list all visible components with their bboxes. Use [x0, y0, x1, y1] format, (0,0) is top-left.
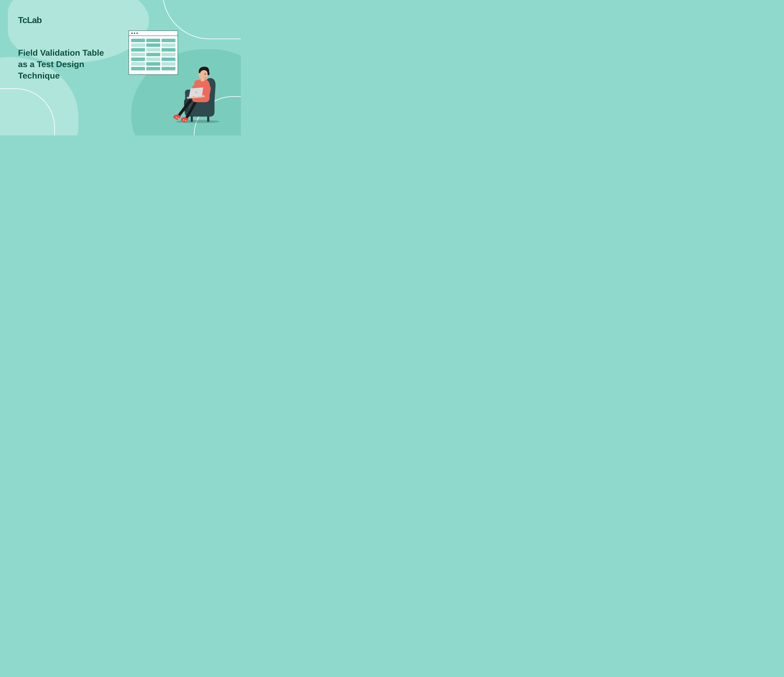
- table-row: [131, 48, 176, 51]
- table-cell: [162, 57, 176, 61]
- svg-point-6: [183, 120, 184, 120]
- table-cell: [146, 43, 160, 47]
- svg-point-10: [202, 95, 205, 97]
- svg-point-13: [199, 74, 201, 77]
- window-dot-icon: [131, 33, 133, 34]
- table-cell: [131, 62, 145, 66]
- table-cell: [131, 67, 145, 70]
- window-titlebar: [129, 31, 178, 36]
- table-row: [131, 57, 176, 61]
- person-illustration: [170, 63, 224, 123]
- svg-point-4: [176, 117, 177, 118]
- table-row: [131, 53, 176, 56]
- table-cell: [162, 39, 176, 42]
- svg-rect-3: [207, 116, 209, 122]
- table-cell: [131, 39, 145, 42]
- svg-point-5: [178, 118, 179, 119]
- window-dot-icon: [134, 33, 135, 34]
- table-row: [131, 39, 176, 42]
- table-cell: [146, 39, 160, 42]
- table-cell: [146, 67, 160, 70]
- table-cell: [146, 53, 160, 56]
- table-cell: [162, 53, 176, 56]
- svg-point-8: [195, 92, 197, 93]
- table-cell: [162, 43, 176, 47]
- svg-point-7: [185, 120, 186, 121]
- svg-point-15: [201, 76, 202, 77]
- table-cell: [146, 57, 160, 61]
- table-cell: [131, 43, 145, 47]
- table-cell: [146, 62, 160, 66]
- brand-logo: TcLab: [18, 15, 42, 25]
- table-cell: [131, 57, 145, 61]
- table-cell: [162, 48, 176, 51]
- svg-rect-2: [191, 116, 193, 122]
- svg-point-14: [205, 74, 205, 75]
- table-cell: [131, 48, 145, 51]
- table-cell: [131, 53, 145, 56]
- page-title: Field Validation Table as a Test Design …: [18, 47, 115, 81]
- table-row: [131, 62, 176, 66]
- table-cell: [146, 48, 160, 51]
- svg-point-9: [192, 96, 195, 98]
- window-dot-icon: [137, 33, 138, 34]
- table-row: [131, 67, 176, 70]
- table-row: [131, 43, 176, 47]
